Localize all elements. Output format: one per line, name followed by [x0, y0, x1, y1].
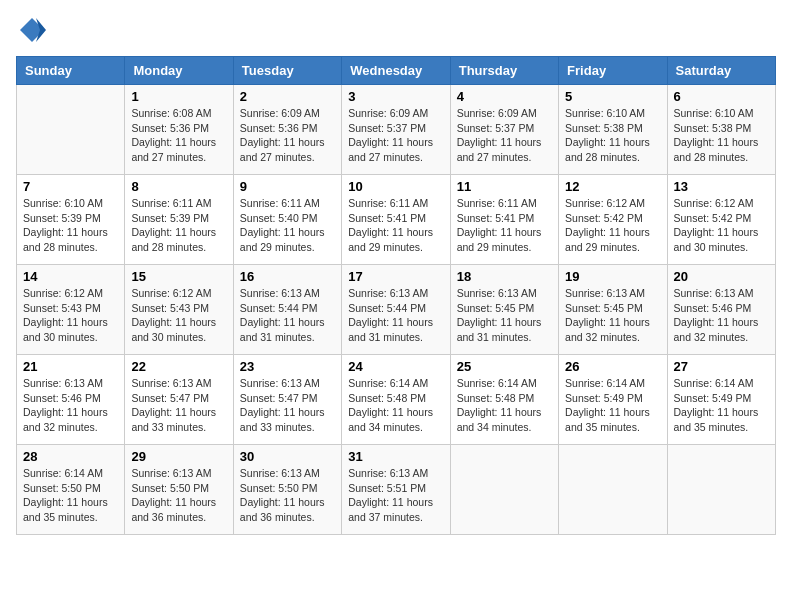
day-detail: Sunrise: 6:09 AMSunset: 5:37 PMDaylight:… [348, 106, 443, 165]
day-number: 16 [240, 269, 335, 284]
day-detail: Sunrise: 6:14 AMSunset: 5:50 PMDaylight:… [23, 466, 118, 525]
day-cell [559, 445, 667, 535]
day-cell: 31Sunrise: 6:13 AMSunset: 5:51 PMDayligh… [342, 445, 450, 535]
day-number: 20 [674, 269, 769, 284]
day-detail: Sunrise: 6:12 AMSunset: 5:43 PMDaylight:… [131, 286, 226, 345]
day-number: 13 [674, 179, 769, 194]
day-cell: 24Sunrise: 6:14 AMSunset: 5:48 PMDayligh… [342, 355, 450, 445]
day-detail: Sunrise: 6:10 AMSunset: 5:38 PMDaylight:… [565, 106, 660, 165]
day-cell: 5Sunrise: 6:10 AMSunset: 5:38 PMDaylight… [559, 85, 667, 175]
day-cell: 15Sunrise: 6:12 AMSunset: 5:43 PMDayligh… [125, 265, 233, 355]
day-detail: Sunrise: 6:11 AMSunset: 5:39 PMDaylight:… [131, 196, 226, 255]
day-detail: Sunrise: 6:13 AMSunset: 5:47 PMDaylight:… [131, 376, 226, 435]
day-detail: Sunrise: 6:10 AMSunset: 5:39 PMDaylight:… [23, 196, 118, 255]
day-number: 15 [131, 269, 226, 284]
day-number: 30 [240, 449, 335, 464]
day-detail: Sunrise: 6:13 AMSunset: 5:50 PMDaylight:… [240, 466, 335, 525]
day-detail: Sunrise: 6:12 AMSunset: 5:42 PMDaylight:… [565, 196, 660, 255]
day-cell [450, 445, 558, 535]
day-cell: 11Sunrise: 6:11 AMSunset: 5:41 PMDayligh… [450, 175, 558, 265]
day-number: 29 [131, 449, 226, 464]
day-cell: 30Sunrise: 6:13 AMSunset: 5:50 PMDayligh… [233, 445, 341, 535]
header-cell-tuesday: Tuesday [233, 57, 341, 85]
day-cell: 8Sunrise: 6:11 AMSunset: 5:39 PMDaylight… [125, 175, 233, 265]
day-detail: Sunrise: 6:13 AMSunset: 5:46 PMDaylight:… [23, 376, 118, 435]
logo [16, 16, 46, 48]
day-detail: Sunrise: 6:14 AMSunset: 5:49 PMDaylight:… [674, 376, 769, 435]
day-number: 7 [23, 179, 118, 194]
day-cell: 21Sunrise: 6:13 AMSunset: 5:46 PMDayligh… [17, 355, 125, 445]
day-detail: Sunrise: 6:12 AMSunset: 5:42 PMDaylight:… [674, 196, 769, 255]
day-cell: 18Sunrise: 6:13 AMSunset: 5:45 PMDayligh… [450, 265, 558, 355]
day-cell: 19Sunrise: 6:13 AMSunset: 5:45 PMDayligh… [559, 265, 667, 355]
day-number: 28 [23, 449, 118, 464]
day-number: 18 [457, 269, 552, 284]
day-cell: 27Sunrise: 6:14 AMSunset: 5:49 PMDayligh… [667, 355, 775, 445]
day-cell: 20Sunrise: 6:13 AMSunset: 5:46 PMDayligh… [667, 265, 775, 355]
day-cell: 29Sunrise: 6:13 AMSunset: 5:50 PMDayligh… [125, 445, 233, 535]
header-cell-friday: Friday [559, 57, 667, 85]
day-number: 2 [240, 89, 335, 104]
day-cell: 10Sunrise: 6:11 AMSunset: 5:41 PMDayligh… [342, 175, 450, 265]
day-cell: 2Sunrise: 6:09 AMSunset: 5:36 PMDaylight… [233, 85, 341, 175]
day-cell [667, 445, 775, 535]
week-row-4: 28Sunrise: 6:14 AMSunset: 5:50 PMDayligh… [17, 445, 776, 535]
day-cell: 17Sunrise: 6:13 AMSunset: 5:44 PMDayligh… [342, 265, 450, 355]
day-cell: 4Sunrise: 6:09 AMSunset: 5:37 PMDaylight… [450, 85, 558, 175]
day-detail: Sunrise: 6:13 AMSunset: 5:45 PMDaylight:… [457, 286, 552, 345]
page-header [16, 16, 776, 48]
day-number: 23 [240, 359, 335, 374]
day-cell: 14Sunrise: 6:12 AMSunset: 5:43 PMDayligh… [17, 265, 125, 355]
day-number: 21 [23, 359, 118, 374]
day-detail: Sunrise: 6:13 AMSunset: 5:51 PMDaylight:… [348, 466, 443, 525]
header-cell-monday: Monday [125, 57, 233, 85]
day-cell: 25Sunrise: 6:14 AMSunset: 5:48 PMDayligh… [450, 355, 558, 445]
day-cell: 7Sunrise: 6:10 AMSunset: 5:39 PMDaylight… [17, 175, 125, 265]
header-cell-saturday: Saturday [667, 57, 775, 85]
day-detail: Sunrise: 6:13 AMSunset: 5:44 PMDaylight:… [348, 286, 443, 345]
day-detail: Sunrise: 6:09 AMSunset: 5:37 PMDaylight:… [457, 106, 552, 165]
header-cell-sunday: Sunday [17, 57, 125, 85]
day-cell: 1Sunrise: 6:08 AMSunset: 5:36 PMDaylight… [125, 85, 233, 175]
day-detail: Sunrise: 6:13 AMSunset: 5:44 PMDaylight:… [240, 286, 335, 345]
day-number: 14 [23, 269, 118, 284]
day-number: 31 [348, 449, 443, 464]
day-cell: 23Sunrise: 6:13 AMSunset: 5:47 PMDayligh… [233, 355, 341, 445]
day-cell: 22Sunrise: 6:13 AMSunset: 5:47 PMDayligh… [125, 355, 233, 445]
day-number: 5 [565, 89, 660, 104]
day-detail: Sunrise: 6:13 AMSunset: 5:50 PMDaylight:… [131, 466, 226, 525]
week-row-2: 14Sunrise: 6:12 AMSunset: 5:43 PMDayligh… [17, 265, 776, 355]
day-cell: 3Sunrise: 6:09 AMSunset: 5:37 PMDaylight… [342, 85, 450, 175]
day-cell: 28Sunrise: 6:14 AMSunset: 5:50 PMDayligh… [17, 445, 125, 535]
header-cell-wednesday: Wednesday [342, 57, 450, 85]
day-number: 9 [240, 179, 335, 194]
day-detail: Sunrise: 6:14 AMSunset: 5:48 PMDaylight:… [348, 376, 443, 435]
week-row-3: 21Sunrise: 6:13 AMSunset: 5:46 PMDayligh… [17, 355, 776, 445]
day-detail: Sunrise: 6:10 AMSunset: 5:38 PMDaylight:… [674, 106, 769, 165]
day-number: 24 [348, 359, 443, 374]
day-detail: Sunrise: 6:11 AMSunset: 5:40 PMDaylight:… [240, 196, 335, 255]
day-detail: Sunrise: 6:14 AMSunset: 5:48 PMDaylight:… [457, 376, 552, 435]
day-number: 11 [457, 179, 552, 194]
day-number: 10 [348, 179, 443, 194]
day-cell: 6Sunrise: 6:10 AMSunset: 5:38 PMDaylight… [667, 85, 775, 175]
header-cell-thursday: Thursday [450, 57, 558, 85]
day-number: 26 [565, 359, 660, 374]
day-number: 3 [348, 89, 443, 104]
day-detail: Sunrise: 6:11 AMSunset: 5:41 PMDaylight:… [457, 196, 552, 255]
day-cell [17, 85, 125, 175]
week-row-1: 7Sunrise: 6:10 AMSunset: 5:39 PMDaylight… [17, 175, 776, 265]
day-number: 8 [131, 179, 226, 194]
day-detail: Sunrise: 6:13 AMSunset: 5:45 PMDaylight:… [565, 286, 660, 345]
day-number: 25 [457, 359, 552, 374]
day-detail: Sunrise: 6:13 AMSunset: 5:47 PMDaylight:… [240, 376, 335, 435]
day-number: 12 [565, 179, 660, 194]
day-detail: Sunrise: 6:12 AMSunset: 5:43 PMDaylight:… [23, 286, 118, 345]
day-cell: 13Sunrise: 6:12 AMSunset: 5:42 PMDayligh… [667, 175, 775, 265]
week-row-0: 1Sunrise: 6:08 AMSunset: 5:36 PMDaylight… [17, 85, 776, 175]
day-cell: 9Sunrise: 6:11 AMSunset: 5:40 PMDaylight… [233, 175, 341, 265]
day-detail: Sunrise: 6:13 AMSunset: 5:46 PMDaylight:… [674, 286, 769, 345]
day-cell: 26Sunrise: 6:14 AMSunset: 5:49 PMDayligh… [559, 355, 667, 445]
day-number: 22 [131, 359, 226, 374]
day-number: 6 [674, 89, 769, 104]
